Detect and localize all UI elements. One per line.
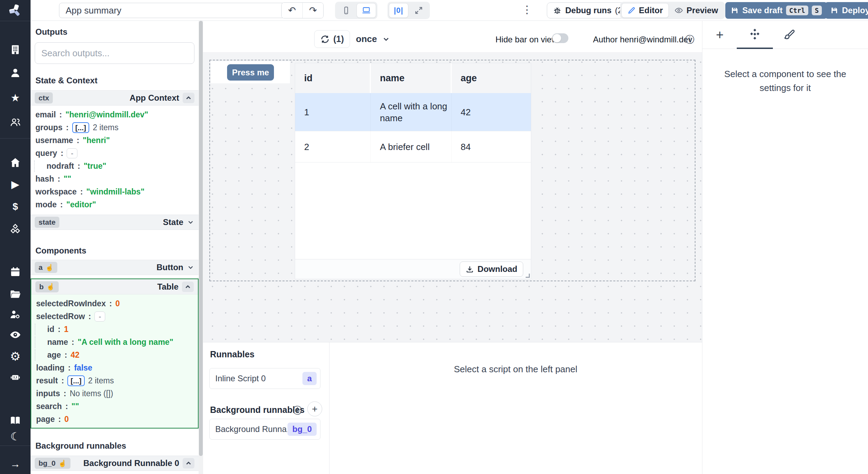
- json-value: 0: [115, 299, 120, 308]
- component-b-header-bar[interactable]: b☝ Table: [31, 279, 198, 294]
- folders-icon[interactable]: [8, 287, 22, 301]
- hand-pointer-icon: ☝: [47, 283, 55, 291]
- info-icon[interactable]: ⓘ: [685, 33, 694, 46]
- add-background-runnable-button[interactable]: +: [307, 401, 322, 416]
- table-cell[interactable]: 2: [295, 131, 371, 162]
- state-header-bar[interactable]: state State: [31, 215, 199, 230]
- press-me-button[interactable]: Press me: [227, 64, 274, 81]
- table-cell[interactable]: 84: [452, 131, 531, 162]
- hand-pointer-icon: ☝: [45, 264, 54, 272]
- dark-mode-moon-icon[interactable]: ☾: [8, 430, 22, 443]
- center-canvas-button[interactable]: |0|: [389, 3, 408, 18]
- output-json-row: nodraft:"true": [31, 160, 199, 173]
- json-value: 1: [64, 325, 68, 334]
- refresh-icon: [320, 34, 330, 44]
- refresh-button[interactable]: (1): [314, 30, 350, 48]
- app-canvas[interactable]: Press me idnameage 1A cell with a long n…: [203, 52, 702, 342]
- schedules-calendar-icon[interactable]: [8, 265, 22, 279]
- resize-handle[interactable]: [526, 274, 530, 278]
- component-a-header-bar[interactable]: a☝ Button: [31, 260, 199, 275]
- home-icon[interactable]: [8, 156, 22, 169]
- inline-script-card[interactable]: Inline Script 0 a: [209, 368, 320, 389]
- mobile-view-button[interactable]: [336, 3, 356, 18]
- settings-gear-icon[interactable]: ⚙: [8, 349, 22, 363]
- collapse-button[interactable]: [182, 282, 194, 292]
- ctx-chip[interactable]: ctx: [35, 92, 53, 103]
- workers-users-gear-icon[interactable]: [8, 307, 22, 321]
- collapse-button[interactable]: [183, 458, 194, 468]
- save-draft-button[interactable]: Save draft Ctrl S: [725, 2, 827, 19]
- array-count-label: 2 items: [88, 376, 114, 385]
- table-cell[interactable]: A cell with a long name: [371, 93, 451, 131]
- desktop-view-button[interactable]: [357, 3, 376, 18]
- user-icon[interactable]: [8, 66, 22, 80]
- component-b-chip[interactable]: b☝: [35, 281, 59, 292]
- empty-value-chip[interactable]: -: [94, 311, 105, 322]
- paintbrush-icon: [784, 29, 795, 41]
- debug-runs-button[interactable]: Debug runs (2): [547, 2, 631, 18]
- windmill-logo-icon[interactable]: [8, 3, 22, 17]
- button-component-container[interactable]: Press me: [211, 61, 290, 83]
- chevron-down-icon[interactable]: [187, 264, 194, 271]
- app-summary-input[interactable]: [59, 3, 299, 18]
- deploy-button[interactable]: Deploy: [825, 2, 868, 19]
- ai-robot-icon[interactable]: [8, 370, 22, 384]
- expand-array-chip[interactable]: [...]: [72, 122, 90, 133]
- workspace-building-icon[interactable]: [8, 43, 22, 57]
- table-row[interactable]: 1A cell with a long name42: [295, 93, 531, 131]
- table-cell[interactable]: A briefer cell: [371, 131, 451, 162]
- tab-preview[interactable]: Preview: [669, 3, 724, 18]
- hide-bar-toggle[interactable]: [552, 33, 568, 43]
- table-header-cell: name: [371, 63, 451, 93]
- table-cell[interactable]: 1: [295, 93, 371, 131]
- outputs-scrollbar[interactable]: [199, 21, 203, 474]
- background-runnable-card[interactable]: Background Runna... bg_0: [209, 419, 320, 440]
- undo-button[interactable]: ↶: [282, 3, 302, 18]
- table-cell[interactable]: 42: [452, 93, 531, 131]
- output-json-row: query:-: [31, 147, 199, 160]
- collapse-arrow-right-icon[interactable]: →: [8, 457, 22, 471]
- expand-array-chip[interactable]: [...]: [67, 375, 85, 386]
- runs-play-icon[interactable]: ▶: [8, 177, 22, 191]
- component-a-chip[interactable]: a☝: [35, 262, 57, 273]
- table-row[interactable]: 2A briefer cell84: [295, 131, 531, 163]
- variables-dollar-icon[interactable]: $: [8, 200, 22, 214]
- bg0-header-bar[interactable]: bg_0☝ Background Runnable 0: [31, 456, 199, 471]
- background-runnables-title: Background runnables: [210, 405, 304, 415]
- tab-editor[interactable]: Editor: [621, 3, 669, 18]
- bg0-chip[interactable]: bg_0☝: [35, 458, 70, 469]
- json-value: false: [74, 363, 92, 373]
- audit-eye-icon[interactable]: [8, 328, 22, 342]
- tab-insert-component[interactable]: +: [712, 27, 727, 42]
- tab-component-settings[interactable]: [747, 27, 762, 42]
- info-icon[interactable]: ⓘ: [293, 404, 302, 417]
- output-json-row: email:"henri@windmill.dev": [31, 108, 199, 121]
- collapse-button[interactable]: [183, 93, 194, 103]
- components-heading: Components: [31, 246, 199, 256]
- json-key: groups: [35, 123, 62, 132]
- redo-button[interactable]: ↷: [302, 3, 323, 18]
- json-value: "windmill-labs": [86, 187, 145, 197]
- more-options-kebab-icon[interactable]: ⋮: [521, 3, 533, 16]
- bg0-json-tree: result:No items ([]): [31, 471, 199, 474]
- output-json-row: search:"": [31, 400, 198, 413]
- resources-cubes-icon[interactable]: [8, 222, 22, 236]
- background-runnables-heading: Background runnables: [31, 441, 199, 451]
- download-button[interactable]: Download: [460, 261, 523, 277]
- schedule-dropdown[interactable]: once: [356, 31, 390, 47]
- outputs-panel: Outputs State & Context ctx App Context …: [31, 21, 203, 474]
- hand-pointer-icon: ☝: [58, 459, 67, 467]
- empty-value-chip[interactable]: -: [67, 148, 77, 158]
- docs-book-icon[interactable]: [8, 414, 22, 427]
- favorites-star-icon[interactable]: ★: [8, 91, 22, 105]
- search-outputs-input[interactable]: [35, 42, 194, 64]
- state-chip[interactable]: state: [35, 217, 59, 228]
- components-diamonds-icon: [748, 28, 762, 42]
- tab-styling[interactable]: [782, 27, 797, 42]
- chevron-down-icon[interactable]: [187, 218, 194, 226]
- fullscreen-button[interactable]: [409, 3, 428, 18]
- output-json-row: loading:false: [31, 361, 198, 374]
- rail-divider: [0, 138, 31, 139]
- ctx-header-bar[interactable]: ctx App Context: [31, 90, 199, 106]
- groups-users-icon[interactable]: [8, 115, 22, 129]
